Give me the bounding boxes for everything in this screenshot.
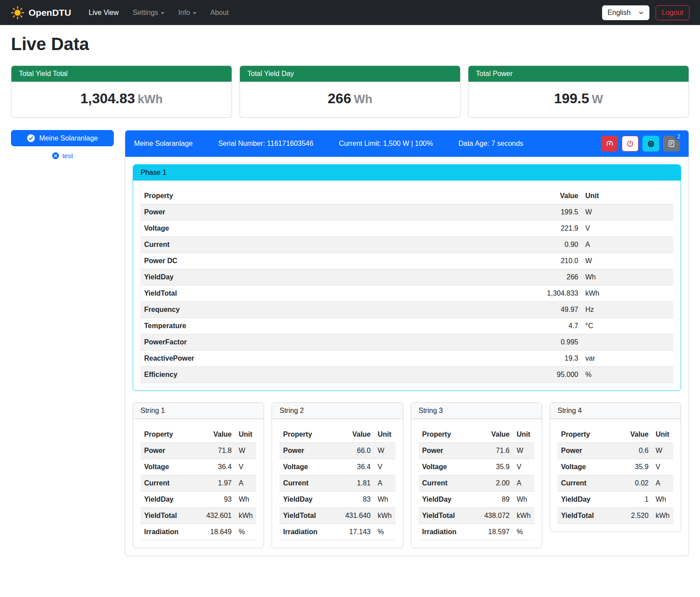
cpu-icon [647, 140, 655, 148]
nav-about[interactable]: About [204, 5, 235, 20]
property-cell: YieldTotal [141, 508, 197, 524]
string-2-title: String 2 [272, 403, 403, 419]
unit-cell: V [652, 459, 673, 475]
property-cell: Voltage [558, 459, 614, 475]
value-cell: 49.97 [522, 302, 582, 318]
unit-cell: kWh [235, 508, 256, 524]
property-cell: YieldDay [141, 492, 197, 508]
total-power-card: Total Power 199.5W [468, 65, 689, 118]
events-button[interactable]: 2 [663, 136, 680, 152]
unit-cell: % [374, 524, 395, 540]
value-cell: 0.6 [614, 443, 652, 459]
nav-live-view[interactable]: Live View [83, 5, 125, 20]
string-1-card: String 1 Property Value Unit [133, 402, 264, 548]
chevron-down-icon [161, 12, 164, 14]
table-row: ReactivePower19.3var [141, 351, 673, 367]
property-cell: Current [141, 237, 522, 253]
unit-cell: var [582, 351, 673, 367]
table-row: Current0.02A [558, 475, 673, 492]
inverter-selector-column: Meine Solaranlage test [11, 130, 114, 159]
value-cell: 1.97 [197, 475, 235, 492]
language-select[interactable]: English [602, 5, 649, 20]
table-row: Irradiation17.143% [279, 524, 395, 540]
speedometer-icon [606, 140, 614, 148]
unit-cell: W [582, 253, 673, 269]
string-4-card: String 4 Property Value Unit [550, 402, 681, 532]
property-cell: YieldTotal [141, 286, 522, 302]
table-row: YieldDay93Wh [141, 492, 256, 508]
header-unit: Unit [652, 427, 673, 443]
inverter-select-button[interactable]: Meine Solaranlage [11, 130, 114, 146]
restart-button[interactable] [642, 136, 659, 152]
value-cell: 438.072 [475, 508, 513, 524]
strings-row: String 1 Property Value Unit [133, 402, 681, 548]
table-row: Current1.81A [279, 475, 395, 492]
table-row: YieldDay83Wh [279, 492, 395, 508]
table-row: Irradiation18.649% [141, 524, 256, 540]
inverter-select-label: Meine Solaranlage [39, 134, 98, 142]
string-2-table: Property Value Unit Power66.0WVoltage36.… [279, 427, 395, 540]
logout-button[interactable]: Logout [656, 5, 689, 20]
unit-cell: A [652, 475, 673, 492]
table-row: Power0.6W [558, 443, 673, 459]
property-cell: Power [141, 204, 522, 221]
brand[interactable]: OpenDTU [11, 6, 71, 20]
unit-cell: W [513, 443, 534, 459]
table-row: YieldTotal2.520kWh [558, 508, 673, 524]
unit-cell: W [652, 443, 673, 459]
property-cell: YieldDay [279, 492, 336, 508]
table-row: YieldTotal431.640kWh [279, 508, 395, 524]
table-header-row: Property Value Unit [558, 427, 673, 443]
table-header-row: Property Value Unit [141, 188, 673, 204]
limit-settings-button[interactable] [601, 136, 618, 152]
value-cell: 36.4 [337, 459, 374, 475]
property-cell: YieldTotal [558, 508, 614, 524]
value-cell: 2.00 [475, 475, 513, 492]
table-row: Frequency49.97Hz [141, 302, 673, 318]
inverter-card: Meine Solaranlage Serial Number: 1161716… [125, 130, 689, 556]
value-cell: 95.000 [522, 367, 582, 383]
value-cell: 1,304.833 [522, 286, 582, 302]
table-row: YieldTotal1,304.833kWh [141, 286, 673, 302]
value-cell: 71.6 [475, 443, 513, 459]
property-cell: YieldDay [558, 492, 614, 508]
unit-cell: Wh [582, 269, 673, 286]
table-row: YieldDay89Wh [419, 492, 534, 508]
value-cell: 1 [614, 492, 652, 508]
inverter-select-test-label: test [62, 152, 73, 159]
nav-info[interactable]: Info [172, 5, 203, 20]
header-property: Property [558, 427, 614, 443]
unit-cell [582, 334, 673, 351]
card-title: Total Power [468, 66, 689, 82]
nav-settings[interactable]: Settings [127, 5, 170, 20]
unit-cell: kWh [513, 508, 534, 524]
value-cell: 0.90 [522, 237, 582, 253]
value-cell: 35.9 [614, 459, 652, 475]
property-cell: Power DC [141, 253, 522, 269]
unit-cell: Wh [513, 492, 534, 508]
inverter-data-age: Data Age: 7 seconds [458, 140, 523, 148]
value-cell: 431.640 [337, 508, 374, 524]
header-unit: Unit [374, 427, 395, 443]
table-row: Voltage35.9V [419, 459, 534, 475]
total-power-unit: W [592, 93, 603, 106]
unit-cell: V [582, 221, 673, 237]
header-value: Value [522, 188, 582, 204]
value-cell: 71.8 [197, 443, 235, 459]
power-toggle-button[interactable] [622, 136, 638, 152]
unit-cell: A [235, 475, 256, 492]
string-3-title: String 3 [411, 403, 542, 419]
unit-cell: kWh [582, 286, 673, 302]
header-property: Property [279, 427, 336, 443]
events-badge: 2 [675, 133, 683, 141]
value-cell: 221.9 [522, 221, 582, 237]
header-unit: Unit [582, 188, 673, 204]
unit-cell: °C [582, 318, 673, 334]
property-cell: Current [279, 475, 336, 492]
inverter-select-test[interactable]: test [11, 152, 114, 159]
header-value: Value [337, 427, 374, 443]
value-cell: 0.995 [522, 334, 582, 351]
table-row: Current1.97A [141, 475, 256, 492]
property-cell: Current [141, 475, 197, 492]
journal-text-icon [667, 140, 675, 148]
